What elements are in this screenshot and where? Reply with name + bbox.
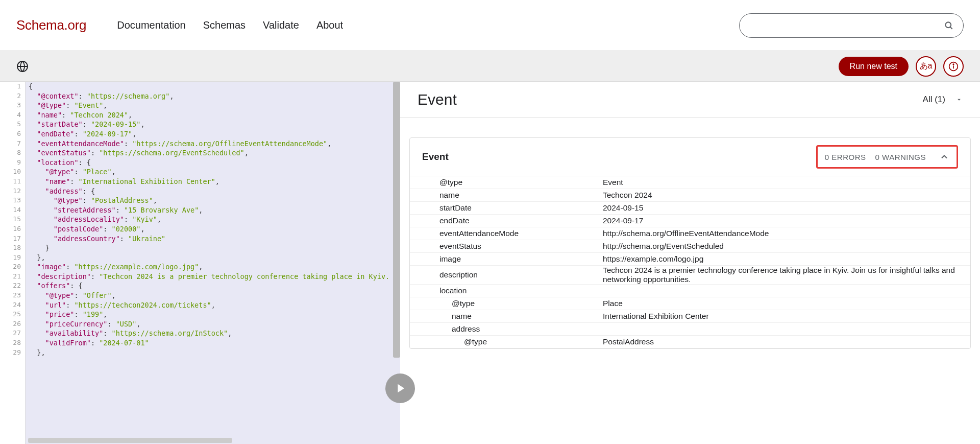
property-row[interactable]: endDate2024-09-17 xyxy=(410,215,970,227)
code-line: "validFrom": "2024-07-01" xyxy=(29,338,397,348)
property-value: Techcon 2024 xyxy=(603,191,970,200)
results-header: Event All (1) xyxy=(400,82,980,118)
info-button[interactable] xyxy=(943,56,964,77)
svg-line-1 xyxy=(950,27,952,29)
line-number: 21 xyxy=(0,272,25,282)
code-line: "endDate": "2024-09-17", xyxy=(29,129,397,139)
property-row[interactable]: @typeEvent xyxy=(410,176,970,189)
line-number: 20 xyxy=(0,262,25,272)
errors-count: 0 ERRORS xyxy=(825,153,866,161)
toolbar: Run new test あa xyxy=(0,51,980,82)
code-line: "@type": "PostalAddress", xyxy=(29,196,397,205)
info-icon xyxy=(948,61,959,72)
line-number: 6 xyxy=(0,129,25,139)
line-number: 11 xyxy=(0,177,25,186)
line-number: 27 xyxy=(0,329,25,338)
line-gutter: 1234567891011121314151617181920212223242… xyxy=(0,82,26,444)
code-area[interactable]: { "@context": "https://schema.org", "@ty… xyxy=(26,82,400,444)
line-number: 28 xyxy=(0,338,25,348)
property-key: description xyxy=(410,270,603,279)
line-number: 12 xyxy=(0,186,25,196)
nav-documentation[interactable]: Documentation xyxy=(117,19,186,31)
line-number: 8 xyxy=(0,148,25,158)
code-line: "availability": "https://schema.org/InSt… xyxy=(29,329,397,338)
code-line: "priceCurrency": "USD", xyxy=(29,319,397,329)
search-icon xyxy=(944,20,954,31)
chevron-up-icon xyxy=(939,152,949,162)
property-key: name xyxy=(410,312,603,321)
search-button[interactable] xyxy=(943,19,955,32)
property-key: endDate xyxy=(410,216,603,225)
language-icon: あa xyxy=(920,61,933,72)
line-number: 7 xyxy=(0,139,25,149)
code-line: "@type": "Offer", xyxy=(29,291,397,300)
property-value: https://example.com/logo.jpg xyxy=(603,254,970,264)
code-line: "image": "https://example.com/logo.jpg", xyxy=(29,262,397,272)
code-line: "location": { xyxy=(29,158,397,168)
filter-dropdown[interactable]: All (1) xyxy=(923,95,963,105)
run-new-test-button[interactable]: Run new test xyxy=(839,57,909,76)
property-row[interactable]: @typePostalAddress xyxy=(410,336,970,348)
search-wrap xyxy=(739,13,964,38)
property-value: Place xyxy=(603,299,970,308)
code-line: "@type": "Event", xyxy=(29,101,397,110)
logo[interactable]: Schema.org xyxy=(16,17,86,33)
nav-about[interactable]: About xyxy=(316,19,343,31)
property-row[interactable]: address xyxy=(410,323,970,336)
property-row[interactable]: nameInternational Exhibition Center xyxy=(410,310,970,323)
property-row[interactable]: startDate2024-09-15 xyxy=(410,202,970,215)
top-bar: Schema.org Documentation Schemas Validat… xyxy=(0,0,980,51)
globe-button[interactable] xyxy=(16,60,29,73)
line-number: 10 xyxy=(0,167,25,177)
code-line: }, xyxy=(29,253,397,263)
code-line: "offers": { xyxy=(29,281,397,291)
code-line: "name": "Techcon 2024", xyxy=(29,110,397,120)
play-fab-button[interactable] xyxy=(385,373,415,403)
language-button[interactable]: あa xyxy=(916,56,936,77)
property-value: http://schema.org/EventScheduled xyxy=(603,242,970,251)
main-area: 1234567891011121314151617181920212223242… xyxy=(0,82,980,444)
property-row[interactable]: nameTechcon 2024 xyxy=(410,189,970,202)
warnings-count: 0 WARNINGS xyxy=(875,153,926,161)
globe-icon xyxy=(16,60,29,73)
line-number: 25 xyxy=(0,310,25,319)
code-line: "postalCode": "02000", xyxy=(29,224,397,234)
code-line: } xyxy=(29,243,397,253)
property-row[interactable]: descriptionTechcon 2024 is a premier tec… xyxy=(410,266,970,285)
property-value: 2024-09-15 xyxy=(603,203,970,213)
property-row[interactable]: eventStatushttp://schema.org/EventSchedu… xyxy=(410,240,970,253)
search-input[interactable] xyxy=(748,21,943,30)
line-number: 17 xyxy=(0,234,25,244)
line-number: 15 xyxy=(0,215,25,224)
line-number: 22 xyxy=(0,281,25,291)
property-table: @typeEventnameTechcon 2024startDate2024-… xyxy=(410,176,970,348)
svg-point-0 xyxy=(945,22,951,28)
card-header[interactable]: Event 0 ERRORS 0 WARNINGS xyxy=(410,138,970,176)
property-key: eventStatus xyxy=(410,242,603,251)
property-row[interactable]: imagehttps://example.com/logo.jpg xyxy=(410,253,970,266)
line-number: 2 xyxy=(0,91,25,101)
vertical-scrollbar[interactable] xyxy=(393,82,400,358)
collapse-toggle[interactable] xyxy=(939,152,949,162)
chevron-down-icon xyxy=(955,96,963,103)
property-key: location xyxy=(410,286,603,295)
nav-schemas[interactable]: Schemas xyxy=(203,19,246,31)
line-number: 14 xyxy=(0,205,25,215)
property-row[interactable]: eventAttendanceModehttp://schema.org/Off… xyxy=(410,227,970,240)
property-row[interactable]: @typePlace xyxy=(410,297,970,310)
line-number: 3 xyxy=(0,101,25,110)
code-line: "addressCountry": "Ukraine" xyxy=(29,234,397,244)
status-box: 0 ERRORS 0 WARNINGS xyxy=(816,145,958,169)
code-line: "@context": "https://schema.org", xyxy=(29,91,397,101)
property-row[interactable]: location xyxy=(410,285,970,297)
line-number: 16 xyxy=(0,224,25,234)
code-line: }, xyxy=(29,348,397,358)
nav-validate[interactable]: Validate xyxy=(263,19,299,31)
line-number: 19 xyxy=(0,253,25,263)
horizontal-scrollbar[interactable] xyxy=(28,438,232,443)
line-number: 23 xyxy=(0,291,25,300)
code-line: "price": "199", xyxy=(29,310,397,319)
line-number: 9 xyxy=(0,158,25,168)
code-line: "name": "International Exhibition Center… xyxy=(29,177,397,186)
property-key: @type xyxy=(410,178,603,187)
